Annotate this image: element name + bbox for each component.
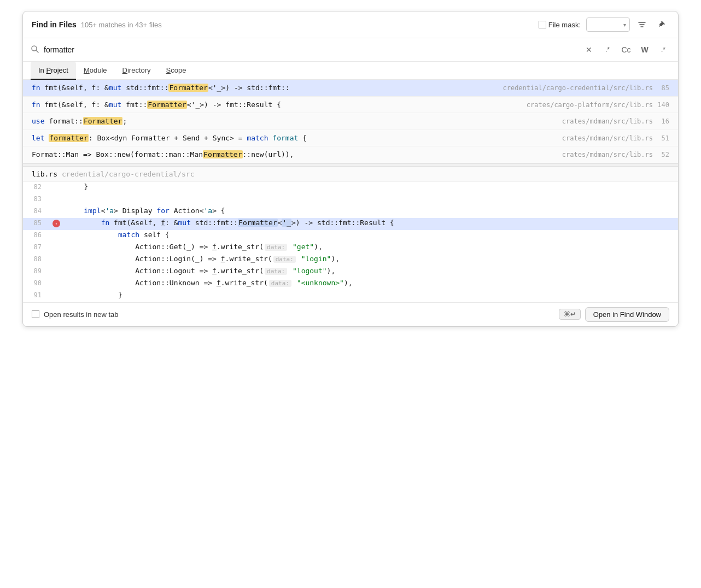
code-line: 82 } xyxy=(23,182,678,194)
result-line: 85 xyxy=(656,83,669,93)
open-new-tab-checkbox[interactable] xyxy=(32,310,39,318)
clear-search-button[interactable]: ✕ xyxy=(582,43,596,57)
code-line: 89 Action::Logout => f.write_str(data: "… xyxy=(23,266,678,278)
file-mask-label: File mask: xyxy=(548,21,581,29)
line-content: impl<'a> Display for Action<'a> { xyxy=(62,207,225,215)
svg-line-1 xyxy=(36,50,38,52)
line-number: 91 xyxy=(23,291,50,299)
result-file: credential/cargo-credential/src/lib.rs xyxy=(503,83,653,93)
result-line: 140 xyxy=(656,100,669,110)
code-line: 83 xyxy=(23,194,678,206)
tab-scope[interactable]: Scope xyxy=(159,62,194,80)
line-number: 83 xyxy=(23,195,50,203)
line-gutter: ↑ xyxy=(50,220,62,227)
search-icon xyxy=(31,45,39,55)
tab-module-label: Module xyxy=(84,66,107,74)
line-number: 84 xyxy=(23,207,50,215)
breakpoint-icon: ↑ xyxy=(52,220,60,227)
code-view: 82 } 83 84 impl<'a> Display for Action<'… xyxy=(23,182,678,302)
result-file: crates/mdman/src/lib.rs xyxy=(562,150,653,160)
pin-button[interactable] xyxy=(654,17,669,32)
result-code: use format::Formatter; xyxy=(32,116,553,127)
find-in-files-panel: Find in Files 105+ matches in 43+ files … xyxy=(22,11,679,327)
line-number: 85 xyxy=(23,219,50,227)
line-content xyxy=(62,195,71,203)
line-number: 82 xyxy=(23,183,50,191)
panel-title: Find in Files xyxy=(32,20,77,29)
result-line: 52 xyxy=(656,150,669,160)
line-content: fn fmt(&self, f: &mut std::fmt::Formatte… xyxy=(62,219,394,227)
line-content: match self { xyxy=(62,231,170,239)
code-line: 87 Action::Get(_) => f.write_str(data: "… xyxy=(23,242,678,254)
open-in-find-window-button[interactable]: Open in Find Window xyxy=(585,307,669,322)
panel-footer: Open results in new tab ⌘↵ Open in Find … xyxy=(23,302,678,326)
result-line: 51 xyxy=(656,133,669,143)
line-content: Action::Get(_) => f.write_str(data: "get… xyxy=(62,243,323,251)
result-code: let formatter: Box<dyn Formatter + Send … xyxy=(32,133,553,144)
file-mask-input[interactable]: ▾ xyxy=(586,17,630,32)
panel-header: Find in Files 105+ matches in 43+ files … xyxy=(23,11,678,38)
line-number: 88 xyxy=(23,255,50,263)
tab-in-project-label: In Project xyxy=(38,66,68,74)
line-number: 87 xyxy=(23,243,50,251)
tab-in-project[interactable]: In Project xyxy=(31,62,76,80)
file-mask-checkbox[interactable] xyxy=(539,21,546,28)
result-file: crates/cargo-platform/src/lib.rs xyxy=(527,100,653,110)
regex-button[interactable]: .* xyxy=(600,43,615,57)
case-sensitive-button[interactable]: Cc xyxy=(619,43,633,57)
filter-button[interactable] xyxy=(634,17,650,32)
result-file: crates/mdman/src/lib.rs xyxy=(562,133,653,143)
line-number: 89 xyxy=(23,267,50,275)
line-content: Action::Login(_) => f.write_str(data: "l… xyxy=(62,255,340,263)
result-line: 16 xyxy=(656,116,669,126)
whole-word-button[interactable]: W xyxy=(638,43,652,57)
result-code: fn fmt(&self, f: &mut fmt::Formatter<'_>… xyxy=(32,99,518,110)
code-line: 86 match self { xyxy=(23,230,678,242)
code-line-highlighted: 85 ↑ fn fmt(&self, f: &mut std::fmt::For… xyxy=(23,218,678,230)
line-number: 90 xyxy=(23,279,50,287)
result-code: fn fmt(&self, f: &mut std::fmt::Formatte… xyxy=(32,83,494,93)
line-content: Action::Unknown => f.write_str(data: "<u… xyxy=(62,279,353,287)
result-code: Format::Man => Box::new(format::man::Man… xyxy=(32,149,553,160)
shortcut-badge: ⌘↵ xyxy=(559,309,581,320)
tab-directory[interactable]: Directory xyxy=(115,62,159,80)
preview-file-name: lib.rs xyxy=(32,170,57,178)
search-scope-tabs: In Project Module Directory Scope xyxy=(23,62,678,80)
code-line: 88 Action::Login(_) => f.write_str(data:… xyxy=(23,254,678,266)
code-line: 90 Action::Unknown => f.write_str(data: … xyxy=(23,278,678,290)
tab-scope-label: Scope xyxy=(166,66,186,74)
result-row[interactable]: use format::Formatter; crates/mdman/src/… xyxy=(23,113,678,130)
line-number: 86 xyxy=(23,231,50,239)
result-row[interactable]: let formatter: Box<dyn Formatter + Send … xyxy=(23,130,678,147)
result-row[interactable]: fn fmt(&self, f: &mut fmt::Formatter<'_>… xyxy=(23,97,678,114)
match-count: 105+ matches in 43+ files xyxy=(81,21,534,29)
line-content: } xyxy=(62,183,88,191)
tab-module[interactable]: Module xyxy=(76,62,115,80)
result-file: crates/mdman/src/lib.rs xyxy=(562,116,653,126)
preview-file-path: credential/cargo-credential/src xyxy=(62,170,195,178)
code-line: 84 impl<'a> Display for Action<'a> { xyxy=(23,206,678,218)
results-list: fn fmt(&self, f: &mut std::fmt::Formatte… xyxy=(23,80,678,163)
open-new-tab-label: Open results in new tab xyxy=(44,310,119,319)
regex-toggle-button[interactable]: .* xyxy=(656,43,670,57)
search-bar: ✕ .* Cc W .* xyxy=(23,38,678,62)
file-preview-header: lib.rs credential/cargo-credential/src xyxy=(23,167,678,182)
tab-directory-label: Directory xyxy=(122,66,151,74)
line-content: Action::Logout => f.write_str(data: "log… xyxy=(62,267,335,275)
code-line: 91 } xyxy=(23,290,678,302)
result-row[interactable]: fn fmt(&self, f: &mut std::fmt::Formatte… xyxy=(23,80,678,97)
result-row[interactable]: Format::Man => Box::new(format::man::Man… xyxy=(23,146,678,163)
search-input[interactable] xyxy=(44,45,577,54)
line-content: } xyxy=(62,291,122,299)
